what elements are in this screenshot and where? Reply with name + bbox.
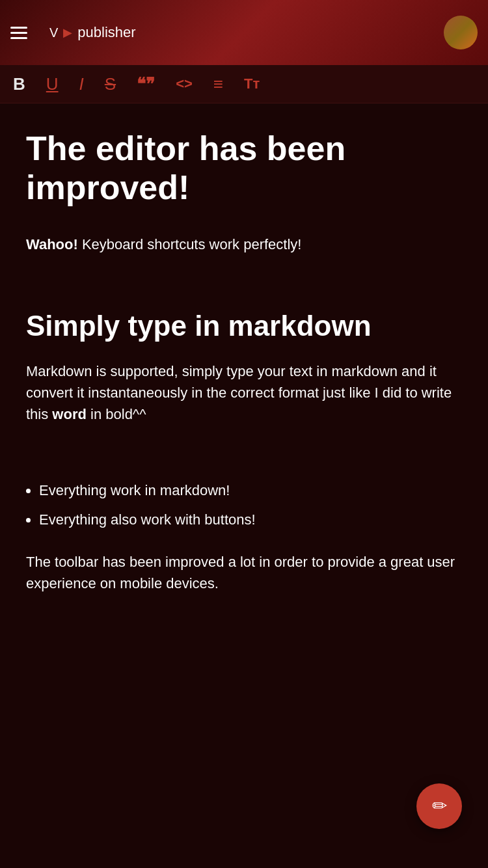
editor-content: The editor has been improved! Wahoo! Key… <box>0 103 488 819</box>
wahoo-text: Wahoo! <box>26 236 78 252</box>
intro-rest: Keyboard shortcuts work perfectly! <box>78 236 302 252</box>
breadcrumb-v: V <box>49 25 58 40</box>
list-item: Everything also work with buttons! <box>39 509 462 530</box>
bold-word: word <box>52 406 87 422</box>
closing-paragraph: The toolbar has been improved a lot in o… <box>26 551 462 594</box>
intro-paragraph: Wahoo! Keyboard shortcuts work perfectly… <box>26 234 462 255</box>
breadcrumb-arrow-icon: ▶ <box>63 25 72 40</box>
strikethrough-button[interactable]: S <box>105 75 116 92</box>
markdown-suffix: in bold^^ <box>87 406 146 422</box>
breadcrumb: V ▶ publisher <box>49 24 433 41</box>
align-button[interactable]: ≡ <box>213 75 223 92</box>
formatting-toolbar: B U I S ❝❞ <> ≡ Tт <box>0 65 488 103</box>
avatar[interactable] <box>444 16 478 49</box>
code-button[interactable]: <> <box>176 77 193 91</box>
font-size-button[interactable]: Tт <box>244 77 260 91</box>
underline-button[interactable]: U <box>46 75 59 92</box>
list-item: Everything work in markdown! <box>39 480 462 501</box>
bold-button[interactable]: B <box>13 75 25 92</box>
main-heading: The editor has been improved! <box>26 129 462 208</box>
section-heading-markdown: Simply type in markdown <box>26 310 462 342</box>
quote-button[interactable]: ❝❞ <box>137 75 155 92</box>
menu-button[interactable] <box>10 18 39 47</box>
edit-icon: ✏ <box>432 797 447 815</box>
feature-list: Everything work in markdown! Everything … <box>26 480 462 530</box>
edit-fab-button[interactable]: ✏ <box>416 783 462 829</box>
markdown-paragraph: Markdown is supported, simply type your … <box>26 360 462 425</box>
breadcrumb-publisher: publisher <box>77 24 135 41</box>
italic-button[interactable]: I <box>79 75 84 92</box>
avatar-image <box>444 16 478 49</box>
app-header: V ▶ publisher <box>0 0 488 65</box>
